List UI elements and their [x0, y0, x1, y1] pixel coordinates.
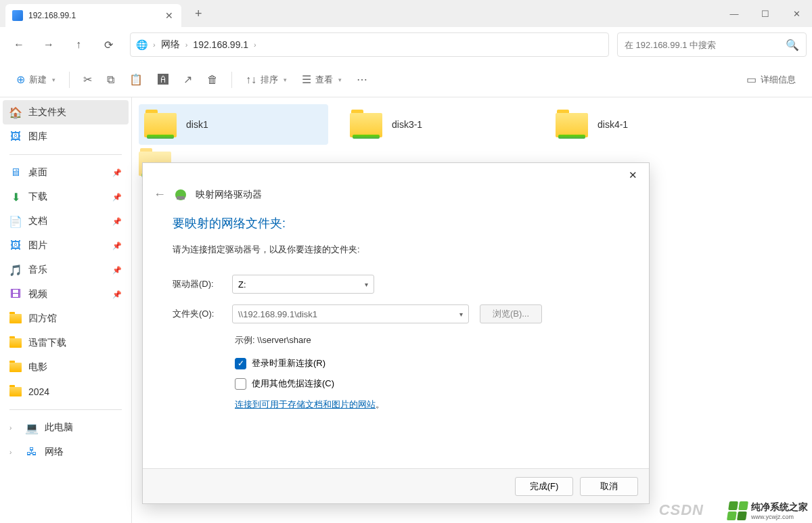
- cut-icon: ✂: [83, 73, 92, 86]
- sidebar-item-2024[interactable]: 2024: [3, 380, 129, 404]
- up-button[interactable]: ↑: [65, 32, 92, 57]
- view-label: 查看: [315, 74, 333, 86]
- sidebar-item-this-pc[interactable]: › 💻 此电脑: [3, 415, 129, 440]
- sidebar-label: 下载: [28, 191, 47, 203]
- share-folder-icon: [556, 112, 588, 137]
- more-icon: ⋯: [357, 73, 367, 86]
- back-button[interactable]: ←: [5, 32, 32, 57]
- chevron-right-icon: ›: [254, 41, 256, 49]
- tab-title: 192.168.99.1: [28, 11, 160, 20]
- address-segment-host[interactable]: 192.168.99.1: [193, 39, 248, 50]
- folder-item-disk4-1[interactable]: disk4-1: [550, 104, 740, 145]
- share-button[interactable]: ↗: [178, 68, 198, 91]
- dialog-titlebar: ✕: [143, 163, 649, 187]
- drive-select[interactable]: Z: ▾: [232, 275, 374, 294]
- tab-close-icon[interactable]: ✕: [165, 10, 173, 21]
- cut-button[interactable]: ✂: [78, 68, 97, 91]
- folder-combobox[interactable]: \\192.168.99.1\disk1 ▾: [232, 304, 469, 323]
- minimize-button[interactable]: —: [719, 0, 750, 27]
- monitor-icon: [12, 10, 23, 21]
- drive-row: 驱动器(D): Z: ▾: [173, 275, 619, 294]
- active-tab[interactable]: 192.168.99.1 ✕: [5, 4, 181, 27]
- download-icon: ⬇: [9, 191, 22, 203]
- search-input[interactable]: [625, 40, 780, 50]
- desktop-icon: 🖥: [9, 166, 22, 179]
- home-icon: 🏠: [9, 106, 22, 118]
- folder-name: disk4-1: [597, 119, 628, 130]
- dialog-footer: 完成(F) 取消: [143, 468, 649, 503]
- finish-button[interactable]: 完成(F): [515, 477, 573, 496]
- other-creds-checkbox[interactable]: [235, 378, 246, 390]
- sidebar-item-music[interactable]: 🎵 音乐 📌: [3, 258, 129, 282]
- folder-item-disk1[interactable]: disk1: [139, 104, 328, 145]
- new-tab-button[interactable]: +: [189, 4, 208, 24]
- dialog-header: ← 映射网络驱动器: [143, 187, 649, 210]
- maximize-button[interactable]: ☐: [750, 0, 781, 27]
- folder-name: disk1: [186, 119, 208, 130]
- reconnect-checkbox-row[interactable]: ✓ 登录时重新连接(R): [235, 357, 619, 369]
- sidebar-label: 文档: [28, 215, 47, 227]
- sidebar-item-pictures[interactable]: 🖼 图片 📌: [3, 233, 129, 258]
- folder-icon: [9, 361, 22, 373]
- sidebar-item-home[interactable]: 🏠 主文件夹: [3, 100, 129, 124]
- browse-button[interactable]: 浏览(B)...: [480, 304, 542, 323]
- delete-button[interactable]: 🗑: [202, 68, 223, 91]
- address-segment-network[interactable]: 网络: [161, 39, 180, 51]
- drive-value: Z:: [238, 279, 246, 290]
- sort-button[interactable]: ↑↓ 排序 ▾: [240, 68, 292, 91]
- sidebar-label: 四方馆: [28, 313, 57, 325]
- dialog-body: 要映射的网络文件夹: 请为连接指定驱动器号，以及你要连接的文件夹: 驱动器(D)…: [143, 210, 649, 468]
- refresh-button[interactable]: ⟳: [95, 32, 122, 57]
- share-icon: ↗: [183, 73, 192, 86]
- new-button[interactable]: ⊕ 新建 ▾: [11, 68, 61, 91]
- sidebar-item-documents[interactable]: 📄 文档 📌: [3, 209, 129, 233]
- sidebar-item-downloads[interactable]: ⬇ 下载 📌: [3, 185, 129, 209]
- plus-circle-icon: ⊕: [16, 73, 25, 86]
- sidebar-item-sifangguan[interactable]: 四方馆: [3, 306, 129, 331]
- address-bar[interactable]: 🌐 › 网络 › 192.168.99.1 ›: [130, 32, 609, 57]
- brand-logo-icon: [727, 501, 748, 520]
- dialog-close-button[interactable]: ✕: [622, 166, 644, 185]
- dialog-title: 映射网络驱动器: [196, 189, 262, 201]
- sidebar-item-movies[interactable]: 电影: [3, 355, 129, 380]
- rename-button[interactable]: 🅰: [152, 68, 174, 91]
- network-icon: 🖧: [26, 446, 38, 458]
- sidebar-item-gallery[interactable]: 🖼 图库: [3, 124, 129, 149]
- paste-icon: 📋: [129, 73, 143, 86]
- chevron-down-icon: ▾: [365, 281, 368, 288]
- folder-item-disk3-1[interactable]: disk3-1: [344, 104, 534, 145]
- folder-icon: [9, 337, 22, 349]
- chevron-right-icon[interactable]: ›: [9, 449, 16, 456]
- sidebar-label: 2024: [28, 386, 49, 397]
- sidebar-label: 图片: [28, 240, 47, 252]
- search-box[interactable]: 🔍: [617, 32, 807, 57]
- sidebar-item-videos[interactable]: 🎞 视频 📌: [3, 282, 129, 306]
- paste-button[interactable]: 📋: [124, 68, 148, 91]
- connect-website-link[interactable]: 连接到可用于存储文档和图片的网站: [235, 399, 376, 411]
- pin-icon: 📌: [112, 168, 122, 177]
- navigation-bar: ← → ↑ ⟳ 🌐 › 网络 › 192.168.99.1 › 🔍: [0, 27, 812, 62]
- search-icon[interactable]: 🔍: [786, 39, 799, 51]
- reconnect-checkbox[interactable]: ✓: [235, 358, 246, 369]
- music-icon: 🎵: [9, 264, 22, 276]
- sidebar-label: 网络: [45, 446, 64, 458]
- forward-button[interactable]: →: [35, 32, 62, 57]
- view-button[interactable]: ☰ 查看 ▾: [296, 68, 347, 91]
- view-icon: ☰: [302, 73, 311, 86]
- sidebar-item-xunlei[interactable]: 迅雷下载: [3, 331, 129, 355]
- other-creds-checkbox-row[interactable]: 使用其他凭据连接(C): [235, 378, 619, 390]
- details-pane-button[interactable]: ▭ 详细信息: [741, 68, 801, 91]
- more-button[interactable]: ⋯: [351, 68, 373, 91]
- navigation-sidebar: 🏠 主文件夹 🖼 图库 🖥 桌面 📌 ⬇ 下载 📌 📄 文档 📌 🖼 图片 📌: [0, 97, 132, 523]
- dialog-back-button[interactable]: ←: [154, 187, 166, 202]
- sidebar-label: 视频: [28, 288, 47, 300]
- separator: [69, 72, 70, 88]
- folder-list: disk1 disk3-1 disk4-1: [139, 104, 805, 145]
- sidebar-item-desktop[interactable]: 🖥 桌面 📌: [3, 160, 129, 185]
- close-window-button[interactable]: ✕: [781, 0, 812, 27]
- sidebar-item-network[interactable]: › 🖧 网络: [3, 440, 129, 464]
- chevron-right-icon: ›: [153, 41, 156, 49]
- cancel-button[interactable]: 取消: [580, 477, 638, 496]
- chevron-right-icon[interactable]: ›: [9, 424, 16, 432]
- copy-button[interactable]: ⧉: [102, 68, 120, 91]
